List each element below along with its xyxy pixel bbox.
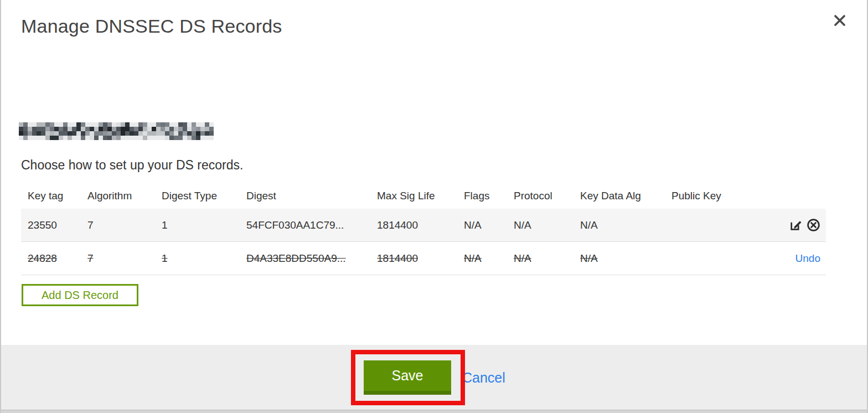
cell-key-data-alg: N/A [580, 252, 671, 265]
cell-protocol: N/A [514, 252, 580, 265]
table-row: 23550 7 1 54FCF030AA1C79... 1814400 N/A … [21, 209, 826, 242]
cell-max-sig-life: 1814400 [377, 252, 464, 265]
instruction-text: Choose how to set up your DS records. [21, 158, 243, 173]
cell-flags: N/A [464, 219, 514, 231]
cell-digest-type: 1 [162, 219, 246, 231]
page-behind-modal-strip [1, 410, 867, 413]
cell-key-tag: 23550 [21, 219, 87, 231]
col-header-key-data-alg: Key Data Alg [580, 190, 671, 202]
col-header-digest: Digest [246, 190, 377, 202]
cell-max-sig-life: 1814400 [377, 219, 464, 231]
col-header-flags: Flags [464, 190, 514, 202]
dialog-title: Manage DNSSEC DS Records [21, 16, 282, 37]
save-button[interactable]: Save [364, 360, 451, 395]
manage-dnssec-dialog: Manage DNSSEC DS Records Choose how to s… [0, 0, 868, 413]
redacted-domain-name [19, 122, 214, 140]
delete-record-icon[interactable] [806, 218, 820, 233]
col-header-protocol: Protocol [514, 190, 580, 202]
cell-key-tag: 24828 [21, 252, 87, 265]
table-row-deleted: 24828 7 1 D4A33E8DD550A9... 1814400 N/A … [21, 242, 826, 275]
cell-digest: D4A33E8DD550A9... [246, 252, 377, 265]
cell-digest-type: 1 [162, 252, 246, 265]
col-header-algorithm: Algorithm [87, 190, 162, 202]
ds-records-table: Key tag Algorithm Digest Type Digest Max… [21, 183, 826, 275]
undo-link[interactable]: Undo [795, 252, 820, 265]
close-icon[interactable] [831, 12, 848, 29]
col-header-public-key: Public Key [671, 190, 760, 202]
cell-digest: 54FCF030AA1C79... [246, 219, 377, 231]
cell-algorithm: 7 [87, 252, 162, 265]
cancel-link[interactable]: Cancel [462, 370, 505, 386]
cell-protocol: N/A [514, 219, 580, 231]
cell-flags: N/A [464, 252, 514, 265]
col-header-key-tag: Key tag [21, 190, 87, 202]
cell-algorithm: 7 [87, 219, 162, 231]
add-ds-record-button[interactable]: Add DS Record [22, 284, 138, 306]
table-header-row: Key tag Algorithm Digest Type Digest Max… [21, 183, 826, 209]
edit-record-icon[interactable] [788, 218, 803, 233]
cell-key-data-alg: N/A [580, 219, 671, 231]
col-header-digest-type: Digest Type [162, 190, 246, 202]
col-header-max-sig-life: Max Sig Life [377, 190, 464, 202]
